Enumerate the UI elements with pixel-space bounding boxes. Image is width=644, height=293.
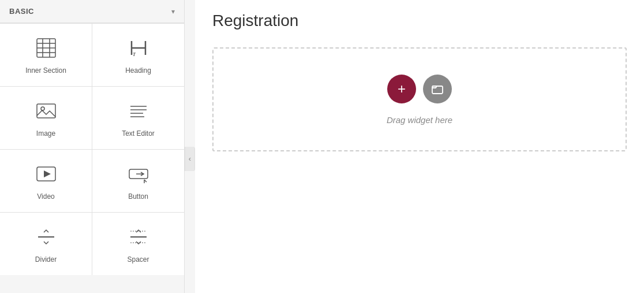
svg-rect-26 — [432, 86, 443, 94]
widget-text-editor[interactable]: Text Editor — [92, 87, 184, 149]
video-icon — [33, 161, 59, 187]
button-icon — [126, 161, 151, 187]
heading-icon: T — [126, 35, 151, 61]
widget-inner-section[interactable]: Inner Section — [0, 24, 92, 86]
svg-rect-10 — [37, 104, 55, 118]
widget-inner-section-label: Inner Section — [25, 66, 66, 75]
add-widget-button[interactable]: + — [387, 75, 416, 103]
image-icon — [33, 98, 59, 124]
widget-text-editor-label: Text Editor — [122, 129, 155, 138]
drop-zone-label: Drag widget here — [387, 115, 452, 125]
collapse-arrow-icon: ‹ — [189, 154, 191, 163]
svg-text:T: T — [133, 52, 136, 57]
widget-spacer[interactable]: Spacer — [92, 213, 184, 275]
widget-heading[interactable]: T Heading — [92, 24, 184, 86]
widget-video[interactable]: Video — [0, 150, 92, 212]
main-content: Registration + Drag widget here — [195, 0, 644, 293]
widget-video-label: Video — [37, 192, 54, 201]
inner-section-icon — [33, 35, 59, 61]
sidebar-header: BASIC ▾ — [0, 0, 184, 23]
widget-image[interactable]: Image — [0, 87, 92, 149]
widget-button[interactable]: Button — [92, 150, 184, 212]
chevron-down-icon[interactable]: ▾ — [171, 8, 175, 16]
widget-heading-label: Heading — [125, 66, 151, 75]
text-editor-icon — [126, 98, 151, 124]
page-title: Registration — [212, 12, 627, 30]
template-library-button[interactable] — [423, 75, 452, 103]
drop-zone-buttons: + — [387, 75, 452, 103]
widgets-grid: Inner Section T Heading — [0, 23, 184, 275]
widget-button-label: Button — [128, 192, 148, 201]
widget-divider-label: Divider — [35, 255, 57, 264]
svg-point-11 — [41, 107, 44, 110]
widget-divider[interactable]: Divider — [0, 213, 92, 275]
sidebar-collapse-handle[interactable]: ‹ — [185, 147, 195, 171]
widget-spacer-label: Spacer — [127, 255, 149, 264]
svg-marker-17 — [44, 170, 51, 177]
divider-icon — [33, 224, 59, 250]
widget-image-label: Image — [36, 129, 55, 138]
sidebar: BASIC ▾ Inner Section — [0, 0, 185, 293]
drop-zone: + Drag widget here — [212, 47, 627, 151]
spacer-icon — [126, 224, 151, 250]
sidebar-section-title: BASIC — [9, 7, 34, 16]
